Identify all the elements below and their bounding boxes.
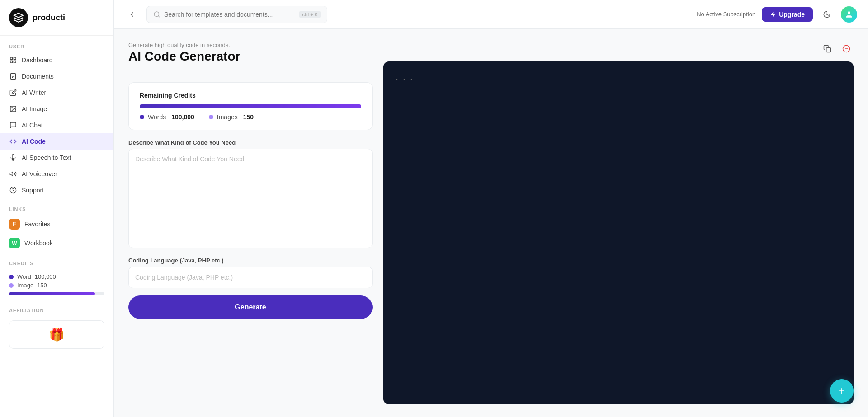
speaker-icon: [9, 170, 17, 178]
credits-card: Remaining Credits Words 100,000 Images 1…: [128, 82, 373, 130]
affiliation-box: 🎁: [9, 320, 104, 349]
sidebar-item-ai-writer[interactable]: AI Writer: [0, 84, 113, 101]
copy-output-button[interactable]: [820, 42, 835, 56]
favorites-badge: F: [9, 219, 20, 230]
output-toolbar: [383, 42, 854, 56]
sidebar-credits: Word 100,000 Image 150: [0, 269, 113, 300]
credits-stats: Words 100,000 Images 150: [140, 113, 361, 121]
affiliation-section-label: AFFILIATION: [0, 300, 113, 316]
credits-bar-fill: [9, 292, 95, 295]
topbar-right: No Active Subscription Upgrade: [697, 6, 857, 23]
word-count: 100,000: [35, 273, 56, 280]
svg-point-15: [154, 12, 159, 17]
images-value: 150: [243, 113, 254, 121]
word-dot: [9, 275, 14, 279]
user-icon: [845, 10, 853, 19]
page-title: AI Code Generator: [128, 49, 373, 64]
upgrade-icon: [770, 11, 776, 18]
minus-circle-icon: [842, 45, 850, 53]
mic-icon: [9, 154, 17, 162]
credits-section-label: CREDITS: [0, 253, 113, 269]
favorites-label: Favorites: [24, 220, 51, 228]
sidebar-item-workbook[interactable]: W Workbook: [0, 234, 113, 253]
upgrade-button[interactable]: Upgrade: [762, 7, 813, 22]
image-dot: [9, 283, 14, 288]
user-section-label: USER: [0, 36, 113, 52]
svg-rect-3: [14, 61, 16, 63]
right-panel: ...: [383, 42, 854, 404]
sidebar-item-label: AI Image: [22, 105, 47, 112]
svg-point-17: [848, 11, 850, 14]
chat-icon: [9, 121, 17, 129]
sidebar-item-ai-code[interactable]: AI Code: [0, 133, 113, 150]
user-avatar[interactable]: [841, 6, 857, 23]
no-subscription-text: No Active Subscription: [697, 11, 755, 18]
output-placeholder-dots: ...: [394, 72, 416, 83]
logo-icon: [9, 8, 28, 27]
sidebar-item-label: AI Speech to Text: [22, 154, 71, 161]
divider: [128, 73, 373, 73]
svg-marker-12: [10, 172, 13, 176]
output-box: ...: [383, 61, 854, 404]
svg-rect-1: [14, 57, 16, 60]
sidebar-logo: producti: [0, 0, 113, 36]
left-panel: Generate high quality code in seconds. A…: [128, 42, 373, 404]
help-icon: [9, 186, 17, 194]
image-label: Image: [17, 282, 33, 289]
file-icon: [9, 72, 17, 80]
search-input[interactable]: [164, 11, 296, 18]
word-label: Word: [17, 273, 31, 280]
affiliation-section: 🎁: [0, 316, 113, 353]
fab-button[interactable]: +: [830, 379, 854, 403]
workbook-badge: W: [9, 238, 20, 248]
sidebar: producti USER Dashboard Documents: [0, 0, 114, 417]
svg-rect-2: [10, 61, 13, 63]
words-value: 100,000: [171, 113, 194, 121]
svg-rect-0: [10, 57, 13, 60]
search-shortcut: ctrl + K: [299, 11, 321, 18]
sidebar-item-dashboard[interactable]: Dashboard: [0, 52, 113, 68]
sidebar-item-favorites[interactable]: F Favorites: [0, 215, 113, 234]
word-stat: Words 100,000: [140, 113, 194, 121]
delete-output-button[interactable]: [839, 42, 854, 56]
content-area: Generate high quality code in seconds. A…: [114, 29, 868, 417]
search-bar: ctrl + K: [146, 6, 327, 23]
sidebar-item-label: AI Code: [22, 138, 46, 145]
svg-rect-18: [826, 48, 831, 52]
page-header: Generate high quality code in seconds. A…: [128, 42, 373, 64]
sidebar-item-label: AI Writer: [22, 89, 46, 96]
svg-point-9: [12, 108, 13, 108]
grid-icon: [9, 56, 17, 64]
description-textarea[interactable]: [128, 149, 373, 248]
logo-text: producti: [33, 13, 65, 23]
edit-icon: [9, 89, 17, 97]
sidebar-item-ai-voiceover[interactable]: AI Voiceover: [0, 166, 113, 182]
image-stat-dot: [209, 115, 213, 119]
sidebar-item-label: Dashboard: [22, 56, 53, 64]
links-section-label: LINKS: [0, 198, 113, 215]
sidebar-item-support[interactable]: Support: [0, 182, 113, 198]
page-subtitle: Generate high quality code in seconds.: [128, 42, 373, 48]
sidebar-item-ai-image[interactable]: AI Image: [0, 101, 113, 117]
language-input[interactable]: [128, 267, 373, 288]
generate-button[interactable]: Generate: [128, 295, 373, 319]
image-icon: [9, 105, 17, 113]
search-icon: [153, 11, 160, 18]
main-container: ctrl + K No Active Subscription Upgrade: [114, 0, 868, 417]
image-count: 150: [37, 282, 47, 289]
word-stat-dot: [140, 115, 144, 119]
topbar: ctrl + K No Active Subscription Upgrade: [114, 0, 868, 29]
fab-icon: +: [839, 384, 845, 397]
credits-card-title: Remaining Credits: [140, 92, 361, 99]
description-label: Describe What Kind of Code You Need: [128, 139, 373, 146]
image-stat: Images 150: [209, 113, 254, 121]
sidebar-item-label: AI Chat: [22, 122, 43, 129]
collapse-sidebar-button[interactable]: [125, 7, 139, 22]
sidebar-item-documents[interactable]: Documents: [0, 68, 113, 84]
images-label: Images: [217, 113, 238, 121]
sidebar-item-ai-speech[interactable]: AI Speech to Text: [0, 150, 113, 166]
sidebar-item-ai-chat[interactable]: AI Chat: [0, 117, 113, 133]
theme-toggle-button[interactable]: [819, 7, 835, 22]
moon-icon: [823, 10, 831, 19]
svg-line-16: [158, 16, 160, 17]
